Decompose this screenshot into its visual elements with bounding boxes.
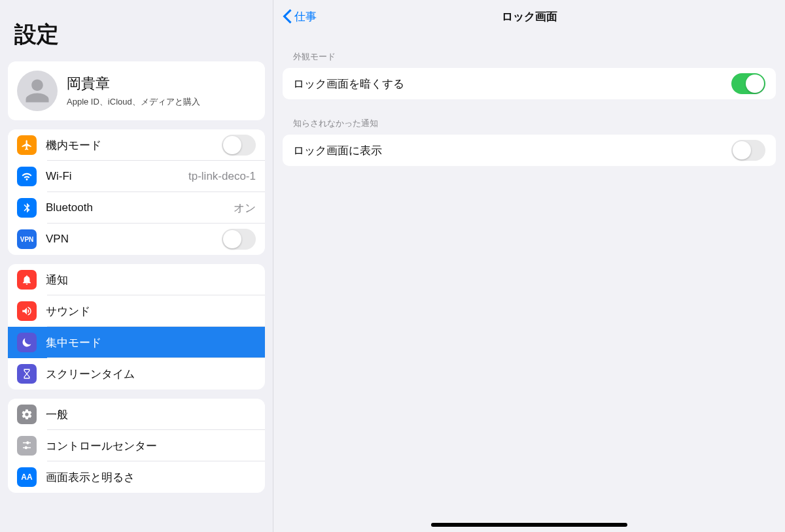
- settings-sidebar: 設定 岡貴章 Apple ID、iCloud、メディアと購入 機内モード Wi-…: [0, 0, 273, 532]
- sidebar-item-label: Wi-Fi: [46, 170, 72, 183]
- sidebar-item-wifi[interactable]: Wi-Fi tp-link-deco-1: [8, 161, 265, 192]
- group-notifications: 通知 サウンド 集中モード スクリーンタイム: [8, 264, 265, 390]
- avatar-icon: [17, 71, 58, 111]
- sidebar-item-label: 一般: [46, 407, 68, 422]
- bluetooth-value: オン: [234, 201, 256, 216]
- sidebar-item-control-center[interactable]: コントロールセンター: [8, 430, 265, 461]
- vpn-switch[interactable]: [222, 229, 256, 250]
- sidebar-item-label: VPN: [46, 233, 69, 246]
- airplane-switch[interactable]: [222, 135, 256, 156]
- group-silenced: ロック画面に表示: [283, 135, 776, 166]
- page-title: ロック画面: [273, 9, 785, 24]
- back-button[interactable]: 仕事: [283, 9, 317, 24]
- bell-icon: [17, 270, 37, 290]
- speaker-icon: [17, 301, 37, 321]
- sidebar-item-airplane[interactable]: 機内モード: [8, 129, 265, 161]
- sidebar-item-label: 通知: [46, 273, 68, 288]
- sidebar-item-label: スクリーンタイム: [46, 367, 135, 382]
- sidebar-item-focus[interactable]: 集中モード: [8, 327, 265, 358]
- wifi-icon: [17, 167, 37, 186]
- switches-icon: [17, 436, 37, 456]
- sidebar-item-label: サウンド: [46, 304, 90, 319]
- sidebar-item-vpn[interactable]: VPN VPN: [8, 224, 265, 255]
- sidebar-item-sound[interactable]: サウンド: [8, 295, 265, 327]
- navbar: 仕事 ロック画面: [273, 0, 785, 33]
- aa-icon: AA: [17, 467, 37, 487]
- moon-icon: [17, 333, 37, 352]
- bluetooth-icon: [17, 198, 37, 218]
- group-connectivity: 機内モード Wi-Fi tp-link-deco-1 Bluetooth オン …: [8, 129, 265, 255]
- hourglass-icon: [17, 364, 37, 384]
- back-label: 仕事: [294, 9, 317, 24]
- home-indicator[interactable]: [431, 523, 627, 527]
- sidebar-item-label: 集中モード: [46, 335, 101, 350]
- sidebar-item-label: Bluetooth: [46, 201, 93, 214]
- profile-text: 岡貴章 Apple ID、iCloud、メディアと購入: [67, 74, 200, 108]
- row-dim-lock-screen[interactable]: ロック画面を暗くする: [283, 68, 776, 99]
- sidebar-item-label: 機内モード: [46, 138, 101, 153]
- chevron-left-icon: [283, 9, 292, 24]
- row-label: ロック画面に表示: [293, 143, 382, 158]
- detail-pane: 仕事 ロック画面 外観モード ロック画面を暗くする 知らされなかった通知 ロック…: [273, 0, 785, 532]
- sidebar-item-bluetooth[interactable]: Bluetooth オン: [8, 192, 265, 224]
- gear-icon: [17, 405, 37, 424]
- airplane-icon: [17, 135, 37, 155]
- group-general: 一般 コントロールセンター AA 画面表示と明るさ: [8, 399, 265, 493]
- sidebar-item-label: コントロールセンター: [46, 439, 157, 454]
- section-header-appearance: 外観モード: [273, 33, 785, 68]
- group-appearance: ロック画面を暗くする: [283, 68, 776, 99]
- sidebar-item-screentime[interactable]: スクリーンタイム: [8, 358, 265, 390]
- wifi-value: tp-link-deco-1: [188, 170, 256, 183]
- sidebar-item-label: 画面表示と明るさ: [46, 470, 135, 485]
- sidebar-item-notifications[interactable]: 通知: [8, 264, 265, 295]
- settings-title: 設定: [0, 7, 273, 55]
- vpn-icon: VPN: [17, 229, 37, 249]
- profile-name: 岡貴章: [67, 74, 200, 93]
- profile-subtitle: Apple ID、iCloud、メディアと購入: [67, 96, 200, 108]
- dim-lock-screen-switch[interactable]: [731, 73, 765, 94]
- sidebar-item-display[interactable]: AA 画面表示と明るさ: [8, 461, 265, 493]
- sidebar-item-general[interactable]: 一般: [8, 399, 265, 430]
- row-label: ロック画面を暗くする: [293, 76, 404, 91]
- section-header-silenced: 知らされなかった通知: [273, 99, 785, 135]
- profile-row[interactable]: 岡貴章 Apple ID、iCloud、メディアと購入: [8, 61, 265, 120]
- row-show-on-lock-screen[interactable]: ロック画面に表示: [283, 135, 776, 166]
- show-on-lock-screen-switch[interactable]: [731, 140, 765, 161]
